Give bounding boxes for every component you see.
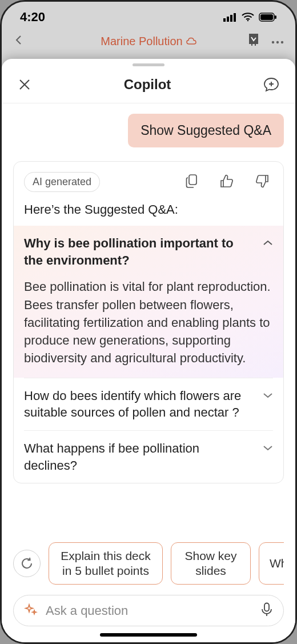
svg-rect-2 xyxy=(230,15,232,22)
home-indicator[interactable] xyxy=(100,633,197,637)
thumbs-down-button[interactable] xyxy=(255,174,270,190)
cloud-icon xyxy=(186,36,196,46)
qa-question: How do bees identify which flowers are s… xyxy=(24,387,255,421)
thumbs-up-button[interactable] xyxy=(219,174,234,190)
svg-rect-3 xyxy=(234,13,236,22)
bot-intro: Here’s the Suggested Q&A: xyxy=(24,202,273,217)
qa-item: How do bees identify which flowers are s… xyxy=(24,378,273,430)
new-chat-button[interactable] xyxy=(261,74,282,95)
qa-question-row[interactable]: What happens if bee pollination declines… xyxy=(24,431,273,483)
svg-rect-1 xyxy=(227,17,229,22)
qa-question: What happens if bee pollination declines… xyxy=(24,440,255,474)
suggestion-pill[interactable]: Which mari xyxy=(259,542,284,585)
svg-rect-12 xyxy=(264,603,269,611)
svg-point-10 xyxy=(281,41,283,43)
battery-icon xyxy=(259,13,277,22)
qa-question-row[interactable]: How do bees identify which flowers are s… xyxy=(24,378,273,430)
back-icon xyxy=(13,34,25,48)
suggestion-pill[interactable]: Show key slides xyxy=(171,542,251,585)
qa-question-row[interactable]: Why is bee pollination important to the … xyxy=(24,226,273,278)
sheet-header: Copilot xyxy=(2,69,295,103)
copilot-sheet: Copilot Show Suggested Q&A AI generated xyxy=(2,59,295,642)
ai-generated-chip: AI generated xyxy=(24,172,100,192)
svg-rect-0 xyxy=(223,18,226,22)
user-message: Show Suggested Q&A xyxy=(128,114,284,147)
svg-point-8 xyxy=(272,41,274,43)
wifi-icon xyxy=(242,13,254,22)
ask-input[interactable] xyxy=(46,603,252,618)
doc-title: Marine Pollution xyxy=(101,35,196,48)
svg-rect-6 xyxy=(260,14,273,20)
qa-item: What happens if bee pollination declines… xyxy=(24,430,273,483)
suggestion-pill[interactable]: Explain this deck in 5 bullet points xyxy=(49,542,163,585)
ask-input-row[interactable] xyxy=(13,595,284,626)
chevron-down-icon xyxy=(263,443,273,454)
mic-button[interactable] xyxy=(260,602,273,619)
grab-handle[interactable] xyxy=(133,63,164,66)
bottom-bar: Explain this deck in 5 bullet points Sho… xyxy=(2,535,295,643)
message-list: Show Suggested Q&A AI generated Here’s xyxy=(2,103,295,535)
svg-point-4 xyxy=(247,20,248,21)
background-nav: Marine Pollution xyxy=(2,28,295,54)
signal-icon xyxy=(223,13,237,22)
refresh-suggestions-button[interactable] xyxy=(13,550,41,577)
chevron-down-icon xyxy=(263,391,273,401)
svg-point-9 xyxy=(276,41,279,43)
status-icons xyxy=(223,13,277,22)
suggestion-row[interactable]: Explain this deck in 5 bullet points Sho… xyxy=(13,542,284,585)
copy-button[interactable] xyxy=(185,174,199,190)
presenter-icon xyxy=(246,33,261,50)
status-time: 4:20 xyxy=(20,10,45,25)
qa-item: Why is bee pollination important to the … xyxy=(14,226,283,378)
qa-answer: Bee pollination is vital for plant repro… xyxy=(24,278,273,377)
chevron-up-icon xyxy=(263,238,273,249)
status-bar: 4:20 xyxy=(2,2,295,28)
more-icon xyxy=(271,36,284,46)
sheet-title: Copilot xyxy=(124,77,171,93)
svg-rect-11 xyxy=(189,175,196,185)
svg-rect-7 xyxy=(275,15,276,19)
close-button[interactable] xyxy=(15,75,34,94)
sparkle-icon xyxy=(24,603,38,619)
bot-response-card: AI generated Here’s the Suggested Q&A: xyxy=(13,161,284,483)
qa-question: Why is bee pollination important to the … xyxy=(24,235,255,269)
